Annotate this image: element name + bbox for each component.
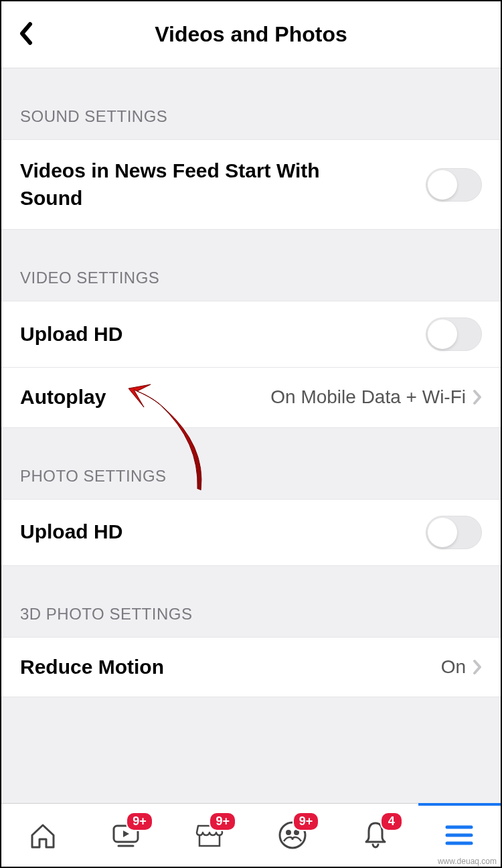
section-header-3d: 3D PHOTO SETTINGS	[1, 566, 501, 637]
chevron-right-icon	[473, 659, 482, 675]
badge-notifications: 4	[380, 812, 403, 831]
row-label: Reduce Motion	[20, 654, 164, 681]
chevron-left-icon	[18, 21, 33, 46]
bottom-tabbar: 9+ 9+ 9+ 4	[1, 803, 501, 867]
home-icon	[28, 820, 58, 850]
row-label: Upload HD	[20, 518, 122, 546]
tab-groups[interactable]: 9+	[251, 804, 334, 867]
tab-marketplace[interactable]: 9+	[168, 804, 251, 867]
section-header-video: VIDEO SETTINGS	[1, 230, 501, 301]
reduce-motion-value-text: On	[441, 656, 466, 678]
section-header-photo: PHOTO SETTINGS	[1, 428, 501, 499]
row-reduce-motion[interactable]: Reduce Motion On	[1, 637, 501, 698]
row-label: Upload HD	[20, 321, 122, 348]
toggle-video-upload-hd[interactable]	[426, 317, 482, 351]
section-header-sound: SOUND SETTINGS	[1, 68, 501, 139]
row-videos-sound[interactable]: Videos in News Feed Start With Sound	[1, 139, 501, 230]
toggle-videos-sound[interactable]	[426, 168, 482, 202]
header-bar: Videos and Photos	[1, 1, 501, 68]
row-video-upload-hd[interactable]: Upload HD	[1, 301, 501, 368]
page-title: Videos and Photos	[15, 22, 487, 47]
watermark: www.deuaq.com	[438, 857, 497, 866]
badge-watch: 9+	[126, 812, 153, 831]
badge-marketplace: 9+	[209, 812, 236, 831]
autoplay-value-text: On Mobile Data + Wi-Fi	[270, 386, 466, 408]
tab-home[interactable]	[1, 804, 84, 867]
menu-icon	[444, 824, 474, 847]
svg-point-3	[286, 830, 291, 835]
tab-notifications[interactable]: 4	[334, 804, 417, 867]
row-autoplay[interactable]: Autoplay On Mobile Data + Wi-Fi	[1, 368, 501, 428]
row-label: Autoplay	[20, 384, 106, 411]
row-value: On	[441, 656, 482, 678]
row-label: Videos in News Feed Start With Sound	[20, 157, 328, 212]
row-value: On Mobile Data + Wi-Fi	[270, 386, 482, 408]
badge-groups: 9+	[292, 812, 320, 831]
toggle-knob	[428, 319, 457, 349]
toggle-knob	[428, 518, 457, 547]
back-button[interactable]	[18, 21, 33, 48]
chevron-right-icon	[473, 389, 482, 405]
toggle-knob	[428, 170, 457, 200]
row-photo-upload-hd[interactable]: Upload HD	[1, 499, 501, 566]
settings-content: SOUND SETTINGS Videos in News Feed Start…	[1, 68, 501, 803]
tab-watch[interactable]: 9+	[84, 804, 167, 867]
toggle-photo-upload-hd[interactable]	[426, 516, 482, 549]
